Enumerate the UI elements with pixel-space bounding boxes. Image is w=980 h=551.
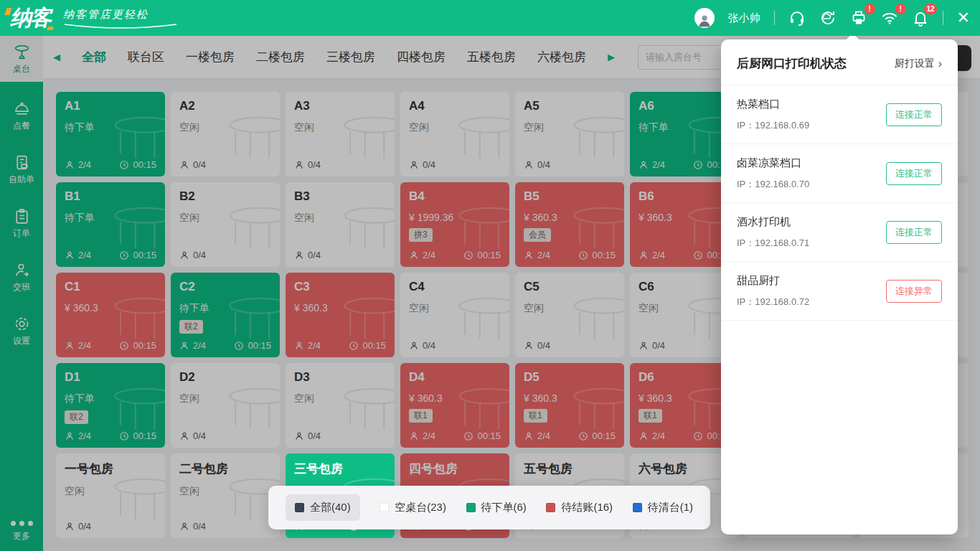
legend-pending-bill-swatch	[546, 503, 555, 512]
status-legend-bar: 全部(40) 空桌台(23) 待下单(6) 待结账(16) 待清台(1)	[268, 486, 710, 529]
printer-status-button[interactable]: 连接正常	[886, 162, 942, 185]
printer-status-button[interactable]: 连接正常	[886, 103, 942, 126]
wifi-icon[interactable]: !	[881, 9, 898, 27]
support-headset-icon[interactable]	[788, 9, 806, 27]
topbar: 纳客 纳客管店更轻松 张小帅 ! ! 12 ✕	[0, 0, 980, 36]
printer-icon[interactable]: !	[850, 9, 867, 27]
notification-badge: 12	[924, 4, 936, 14]
close-icon[interactable]: ✕	[957, 10, 970, 26]
person-icon	[697, 12, 712, 28]
legend-pending-order-swatch	[466, 503, 476, 512]
legend-all-swatch	[295, 503, 304, 512]
app-slogan: 纳客管店更轻松	[63, 8, 178, 29]
printer-row: 热菜档口 IP：192.168.0.69 连接正常	[721, 85, 958, 144]
popup-title: 后厨网口打印机状态	[737, 55, 847, 72]
chevron-right-icon: ›	[938, 57, 942, 70]
username: 张小帅	[728, 11, 760, 25]
printer-status-button[interactable]: 连接正常	[886, 221, 942, 244]
legend-pending-clear-swatch	[633, 503, 642, 512]
printer-row: 甜品厨打 IP：192.168.0.72 连接异常	[721, 262, 958, 321]
kitchen-print-settings-link[interactable]: 厨打设置 ›	[895, 57, 942, 70]
printer-row: 卤菜凉菜档口 IP：192.168.0.70 连接正常	[721, 144, 958, 203]
divider	[943, 11, 943, 25]
legend-empty[interactable]: 空桌台(23)	[380, 501, 446, 514]
legend-pending-clear[interactable]: 待清台(1)	[633, 501, 693, 514]
printer-row: 酒水打印机 IP：192.168.0.71 连接正常	[721, 203, 958, 262]
avatar[interactable]	[694, 8, 715, 28]
legend-empty-swatch	[380, 503, 389, 512]
sync-icon[interactable]	[819, 9, 837, 27]
wifi-alert-badge: !	[895, 4, 906, 14]
printer-status-popup: 后厨网口打印机状态 厨打设置 › 热菜档口 IP：192.168.0.69 连接…	[721, 39, 958, 534]
popup-header: 后厨网口打印机状态 厨打设置 ›	[721, 39, 958, 85]
app-logo: 纳客	[10, 4, 50, 33]
slogan-underline	[63, 23, 178, 29]
printer-alert-badge: !	[864, 4, 875, 14]
legend-all[interactable]: 全部(40)	[286, 494, 360, 521]
bell-icon[interactable]: 12	[912, 9, 929, 27]
divider	[774, 11, 775, 25]
printer-status-button[interactable]: 连接异常	[886, 280, 942, 303]
legend-pending-order[interactable]: 待下单(6)	[466, 501, 527, 514]
legend-pending-bill[interactable]: 待结账(16)	[546, 501, 613, 514]
table-name: 三号包房	[294, 461, 386, 477]
